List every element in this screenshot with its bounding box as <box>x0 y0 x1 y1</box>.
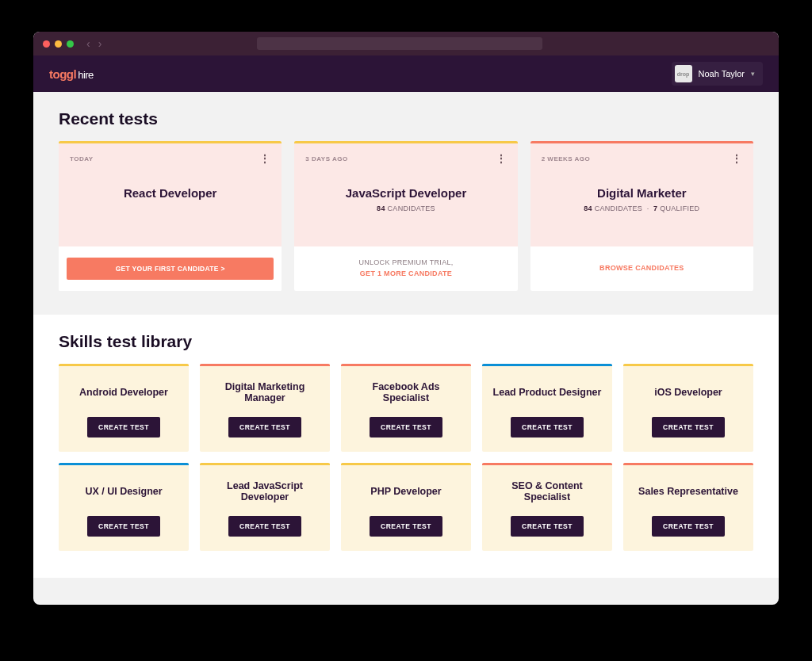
library-card[interactable]: Android Developer CREATE TEST <box>59 364 189 452</box>
create-test-button[interactable]: CREATE TEST <box>228 516 301 537</box>
test-card-upper: 2 WEEKS AGO ⋮ Digital Marketer 84 CANDID… <box>530 143 753 246</box>
test-card-upper: 3 DAYS AGO ⋮ JavaScript Developer 84 CAN… <box>294 143 517 246</box>
test-card-lower: GET YOUR FIRST CANDIDATE > <box>59 246 282 291</box>
test-card-lower: BROWSE CANDIDATES <box>530 246 753 289</box>
library-title: Skills test library <box>59 332 753 351</box>
kebab-menu-icon[interactable]: ⋮ <box>496 153 507 164</box>
test-card[interactable]: 3 DAYS AGO ⋮ JavaScript Developer 84 CAN… <box>294 141 517 291</box>
nav-forward-icon[interactable]: › <box>98 37 102 50</box>
logo-product: hire <box>78 69 94 81</box>
window-minimize-icon[interactable] <box>55 40 62 48</box>
logo-brand: toggl <box>49 67 76 81</box>
browser-chrome: ‹ › <box>33 32 779 55</box>
content-area: Recent tests TODAY ⋮ React Developer GET… <box>33 92 779 605</box>
test-date: TODAY <box>70 155 94 162</box>
create-test-button[interactable]: CREATE TEST <box>652 516 725 537</box>
recent-tests-grid: TODAY ⋮ React Developer GET YOUR FIRST C… <box>59 141 753 291</box>
test-card[interactable]: 2 WEEKS AGO ⋮ Digital Marketer 84 CANDID… <box>530 141 753 291</box>
create-test-button[interactable]: CREATE TEST <box>511 417 584 437</box>
test-title: React Developer <box>70 186 270 200</box>
create-test-button[interactable]: CREATE TEST <box>652 417 725 437</box>
logo[interactable]: togglhire <box>49 67 94 81</box>
card-accent <box>482 463 612 465</box>
library-card[interactable]: Lead JavaScript Developer CREATE TEST <box>200 463 330 551</box>
library-card[interactable]: PHP Developer CREATE TEST <box>341 463 471 551</box>
card-accent <box>59 364 189 366</box>
test-subtext: 84 CANDIDATES <box>305 204 506 212</box>
card-accent <box>200 463 330 465</box>
test-card[interactable]: TODAY ⋮ React Developer GET YOUR FIRST C… <box>59 141 282 291</box>
library-card-title: PHP Developer <box>362 478 449 505</box>
card-accent <box>482 364 612 366</box>
library-card-title: iOS Developer <box>646 379 730 406</box>
kebab-menu-icon[interactable]: ⋮ <box>259 153 270 164</box>
create-test-button[interactable]: CREATE TEST <box>228 417 301 437</box>
card-accent <box>623 463 753 465</box>
nav-back-icon[interactable]: ‹ <box>86 37 90 50</box>
avatar: drop <box>675 65 692 82</box>
unlock-premium-text: UNLOCK PREMIUM TRIAL, <box>302 258 509 266</box>
kebab-menu-icon[interactable]: ⋮ <box>731 153 742 164</box>
get-first-candidate-button[interactable]: GET YOUR FIRST CANDIDATE > <box>67 258 274 280</box>
library-card[interactable]: Lead Product Designer CREATE TEST <box>482 364 612 452</box>
library-card[interactable]: SEO & Content Specialist CREATE TEST <box>482 463 612 551</box>
card-accent <box>200 364 330 366</box>
url-bar[interactable] <box>257 37 542 50</box>
chevron-down-icon: ▾ <box>751 70 755 78</box>
create-test-button[interactable]: CREATE TEST <box>87 516 160 537</box>
library-card[interactable]: Digital Marketing Manager CREATE TEST <box>200 364 330 452</box>
library-card[interactable]: Sales Representative CREATE TEST <box>623 463 753 551</box>
test-card-lower: UNLOCK PREMIUM TRIAL, GET 1 MORE CANDIDA… <box>294 246 517 289</box>
test-title: Digital Marketer <box>542 186 742 200</box>
user-menu[interactable]: drop Noah Taylor ▾ <box>672 62 764 86</box>
create-test-button[interactable]: CREATE TEST <box>511 516 584 537</box>
window-close-icon[interactable] <box>43 40 50 48</box>
test-date: 3 DAYS AGO <box>305 155 347 162</box>
library-card-title: Lead Product Designer <box>485 379 610 406</box>
card-accent <box>341 364 471 366</box>
create-test-button[interactable]: CREATE TEST <box>87 417 160 437</box>
create-test-button[interactable]: CREATE TEST <box>370 516 442 537</box>
library-card-title: UX / UI Designer <box>77 478 170 505</box>
library-card[interactable]: Facebook Ads Specialist CREATE TEST <box>341 364 471 452</box>
get-more-candidate-link[interactable]: GET 1 MORE CANDIDATE <box>302 269 509 277</box>
library-card-title: Android Developer <box>71 379 176 406</box>
recent-tests-title: Recent tests <box>59 109 753 128</box>
card-accent <box>623 364 753 366</box>
card-accent <box>341 463 471 465</box>
library-card[interactable]: UX / UI Designer CREATE TEST <box>59 463 189 551</box>
card-accent <box>59 463 189 465</box>
library-card[interactable]: iOS Developer CREATE TEST <box>623 364 753 452</box>
window-maximize-icon[interactable] <box>67 40 74 48</box>
library-card-title: Sales Representative <box>630 478 746 505</box>
library-section: Skills test library Android Developer CR… <box>33 315 779 578</box>
test-date: 2 WEEKS AGO <box>542 155 591 162</box>
test-title: JavaScript Developer <box>305 186 506 200</box>
app-window: ‹ › togglhire drop Noah Taylor ▾ Recent … <box>33 32 779 605</box>
library-card-title: SEO & Content Specialist <box>482 478 612 505</box>
browse-candidates-link[interactable]: BROWSE CANDIDATES <box>538 264 745 272</box>
library-card-title: Digital Marketing Manager <box>200 379 330 406</box>
library-grid: Android Developer CREATE TEST Digital Ma… <box>59 364 753 551</box>
library-card-title: Lead JavaScript Developer <box>200 478 330 505</box>
test-subtext: 84 CANDIDATES · 7 QUALIFIED <box>542 204 742 212</box>
library-card-title: Facebook Ads Specialist <box>341 379 471 406</box>
test-card-upper: TODAY ⋮ React Developer <box>59 143 282 246</box>
user-name: Noah Taylor <box>699 69 745 78</box>
app-header: togglhire drop Noah Taylor ▾ <box>33 55 779 92</box>
create-test-button[interactable]: CREATE TEST <box>370 417 442 437</box>
